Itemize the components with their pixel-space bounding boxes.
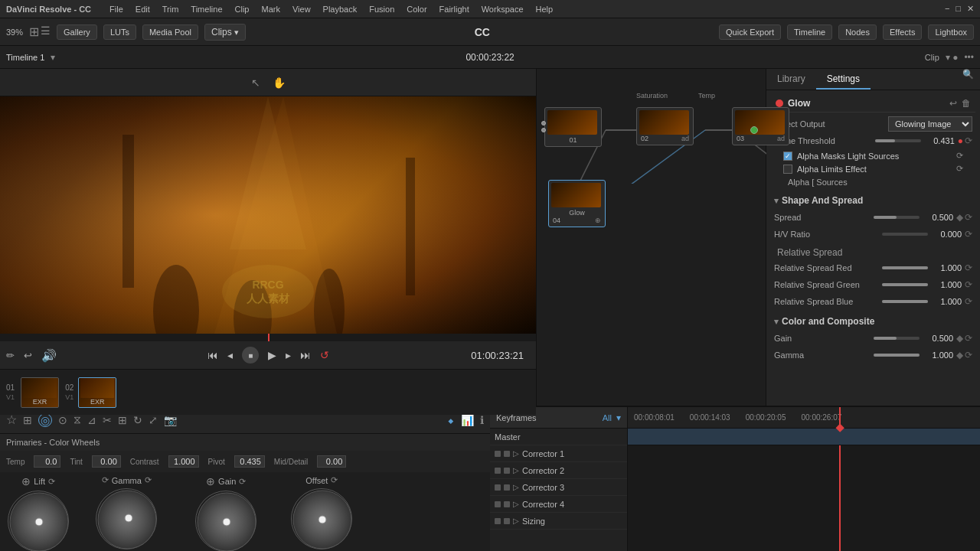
menu-fusion[interactable]: Fusion: [369, 5, 394, 14]
color-tool-right[interactable]: ⬥: [447, 413, 455, 427]
menu-fairlight[interactable]: Fairlight: [439, 5, 469, 14]
color-tool-8[interactable]: ⊞: [118, 414, 127, 426]
btn-loop[interactable]: ↺: [320, 349, 329, 361]
shine-threshold-reset[interactable]: ●: [958, 135, 963, 146]
color-chart-btn[interactable]: 📊: [461, 414, 474, 426]
color-tool-10[interactable]: ⤢: [149, 414, 158, 426]
gain-wheel-plus[interactable]: ⊕: [206, 475, 215, 487]
clip-01[interactable]: EXR: [21, 377, 59, 408]
btn-next-frame[interactable]: ▸: [286, 349, 291, 361]
more-options[interactable]: •••: [964, 52, 974, 63]
mid-detail-input[interactable]: [317, 455, 346, 468]
menu-workspace[interactable]: Workspace: [482, 5, 524, 14]
timeline-btn[interactable]: Timeline: [787, 24, 832, 40]
effects-btn[interactable]: Effects: [883, 24, 922, 40]
select-output-dropdown[interactable]: Glowing Image: [888, 116, 972, 132]
kf-chevron-2[interactable]: ▷: [513, 466, 519, 474]
tab-library[interactable]: Library: [766, 69, 816, 90]
lift-reset2[interactable]: ⟳: [48, 477, 55, 487]
hv-reset[interactable]: ⟳: [965, 229, 972, 240]
alpha-masks-checkbox[interactable]: [783, 152, 792, 161]
color-tool-11[interactable]: 📷: [164, 414, 177, 426]
color-tool-6[interactable]: ⊿: [87, 414, 96, 426]
menu-timeline[interactable]: Timeline: [191, 5, 222, 14]
menu-edit[interactable]: Edit: [136, 5, 150, 14]
hv-ratio-slider[interactable]: [882, 233, 928, 236]
contrast-input[interactable]: [168, 455, 199, 468]
alpha-limits-checkbox[interactable]: [783, 165, 792, 174]
gain-slider[interactable]: [874, 337, 920, 340]
gain-reset[interactable]: ⟳: [965, 333, 972, 344]
btn-play[interactable]: ▶: [268, 349, 276, 361]
viewer-mode-clip[interactable]: Clip: [925, 53, 939, 62]
alpha-masks-reset[interactable]: ⟳: [956, 151, 963, 161]
spread-reset[interactable]: ⟳: [965, 212, 972, 223]
node-glow[interactable]: Glow 04 ⊕: [548, 180, 606, 227]
menu-mark[interactable]: Mark: [261, 5, 279, 14]
menu-file[interactable]: File: [109, 5, 123, 14]
window-close[interactable]: ✕: [967, 4, 974, 14]
rsg-reset[interactable]: ⟳: [965, 279, 972, 290]
gamma-wheel[interactable]: [96, 488, 157, 549]
lightbox-btn[interactable]: Lightbox: [928, 24, 974, 40]
luts-btn[interactable]: LUTs: [103, 24, 136, 40]
tool-edit[interactable]: ✏: [6, 350, 15, 361]
menu-help[interactable]: Help: [536, 5, 554, 14]
shine-threshold-slider[interactable]: [875, 139, 921, 142]
gain-wheel-reset[interactable]: ⟳: [239, 477, 246, 487]
lift-reset[interactable]: ⊕: [21, 475, 31, 487]
pivot-input[interactable]: [234, 455, 265, 468]
menu-color[interactable]: Color: [407, 5, 426, 14]
color-tool-5[interactable]: ⧖: [74, 413, 81, 426]
shine-threshold-keyframe[interactable]: ⟳: [965, 135, 972, 146]
kf-chevron-1[interactable]: ▷: [513, 449, 519, 458]
zoom-level[interactable]: 39%: [6, 28, 23, 37]
kf-chevron-3[interactable]: ▷: [513, 483, 519, 491]
tab-settings[interactable]: Settings: [816, 69, 871, 90]
rel-spread-green-slider[interactable]: [882, 283, 928, 286]
glow-delete-btn[interactable]: 🗑: [962, 98, 971, 109]
btn-go-start[interactable]: ⏮: [207, 349, 218, 361]
color-tool-7[interactable]: ✂: [103, 414, 112, 426]
color-info-btn[interactable]: ℹ: [480, 414, 484, 426]
kf-chevron-4[interactable]: ▷: [513, 500, 519, 508]
gamma-reset[interactable]: ⟳: [965, 350, 972, 360]
grid-view-btn[interactable]: ⊞: [29, 24, 39, 39]
color-tool-3[interactable]: ◎: [38, 413, 52, 427]
preview-tool-pan[interactable]: ✋: [273, 77, 286, 89]
preview-tool-select[interactable]: ↖: [251, 77, 260, 89]
rel-spread-blue-slider[interactable]: [882, 300, 928, 303]
rsb-reset[interactable]: ⟳: [965, 296, 972, 307]
color-tool-4[interactable]: ⊙: [58, 414, 67, 426]
gamma-wheel-reset2[interactable]: ⟳: [145, 475, 152, 485]
glow-reset-btn[interactable]: ↩: [949, 98, 957, 109]
spread-add-keyframe[interactable]: ◆: [956, 212, 963, 223]
clip-02[interactable]: EXR: [78, 377, 116, 408]
window-minimize[interactable]: −: [945, 4, 949, 14]
clips-btn[interactable]: Clips ▾: [204, 24, 246, 41]
kf-chevron-s[interactable]: ▷: [513, 517, 519, 525]
gamma-slider[interactable]: [874, 354, 920, 357]
btn-go-end[interactable]: ⏭: [300, 349, 311, 361]
menu-view[interactable]: View: [292, 5, 311, 14]
menu-clip[interactable]: Clip: [235, 5, 250, 14]
gain-add-kf[interactable]: ◆: [956, 333, 963, 344]
rel-spread-red-slider[interactable]: [882, 266, 928, 269]
node-01[interactable]: 01: [544, 107, 602, 147]
tool-audio[interactable]: 🔊: [41, 348, 57, 363]
section-color-composite[interactable]: Color and Composite: [771, 313, 975, 330]
color-tool-9[interactable]: ↻: [133, 414, 142, 426]
menu-trim[interactable]: Trim: [162, 5, 179, 14]
kf-chevron[interactable]: ▾: [616, 412, 621, 423]
gamma-add-kf[interactable]: ◆: [956, 350, 963, 360]
list-view-btn[interactable]: ☰: [41, 24, 51, 39]
gamma-wheel-reset[interactable]: ⟳: [102, 475, 109, 485]
menu-playback[interactable]: Playback: [323, 5, 358, 14]
nodes-btn[interactable]: Nodes: [838, 24, 877, 40]
search-settings-btn[interactable]: 🔍: [956, 69, 980, 90]
lift-wheel[interactable]: [8, 491, 69, 551]
tint-input[interactable]: [92, 455, 121, 468]
gain-wheel[interactable]: [195, 491, 256, 551]
rsr-reset[interactable]: ⟳: [965, 262, 972, 273]
btn-prev-frame[interactable]: ◂: [227, 349, 233, 361]
